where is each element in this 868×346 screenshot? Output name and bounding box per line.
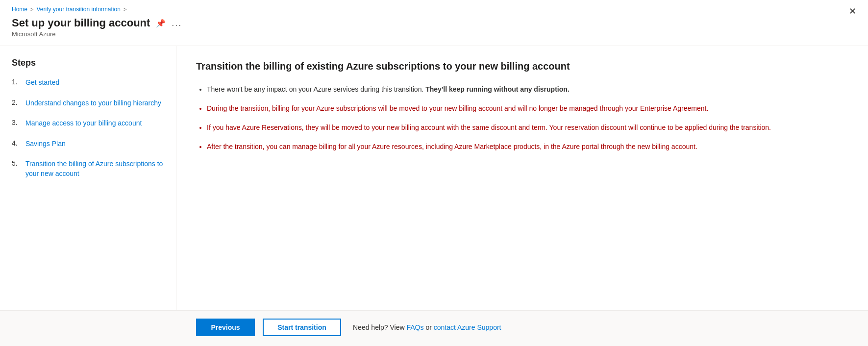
or-text: or bbox=[424, 323, 434, 331]
step-link-1[interactable]: Get started bbox=[25, 78, 59, 88]
step-item-1: 1. Get started bbox=[12, 78, 164, 88]
breadcrumb-separator-2: > bbox=[124, 6, 126, 12]
steps-list: 1. Get started 2. Understand changes to … bbox=[12, 78, 164, 179]
bullet-0-normal: There won't be any impact on your Azure … bbox=[207, 85, 425, 93]
step-link-4[interactable]: Savings Plan bbox=[25, 139, 66, 149]
step-number-5: 5. bbox=[12, 159, 22, 167]
bullet-3-text: After the transition, you can manage bil… bbox=[207, 143, 697, 150]
bullet-2-text: If you have Azure Reservations, they wil… bbox=[207, 124, 771, 131]
main-content: Steps 1. Get started 2. Understand chang… bbox=[0, 46, 868, 310]
step-number-4: 4. bbox=[12, 139, 22, 147]
more-menu-icon[interactable]: ... bbox=[172, 18, 182, 28]
bullet-1-text: During the transition, billing for your … bbox=[207, 104, 708, 112]
title-row: Set up your billing account 📌 ... bbox=[12, 17, 856, 29]
help-text-label: Need help? View bbox=[353, 323, 406, 331]
step-number-2: 2. bbox=[12, 99, 22, 106]
step-item-2: 2. Understand changes to your billing hi… bbox=[12, 99, 164, 108]
close-button[interactable]: ✕ bbox=[849, 7, 856, 16]
bullet-0-bold: They'll keep running without any disrupt… bbox=[425, 85, 569, 93]
content-title: Transition the billing of existing Azure… bbox=[196, 60, 848, 73]
support-link[interactable]: contact Azure Support bbox=[434, 323, 501, 331]
step-number-1: 1. bbox=[12, 78, 22, 86]
breadcrumb: Home > Verify your transition informatio… bbox=[12, 6, 856, 13]
step-link-5[interactable]: Transition the billing of Azure subscrip… bbox=[25, 159, 164, 178]
step-link-2[interactable]: Understand changes to your billing hiera… bbox=[25, 99, 161, 108]
header: Home > Verify your transition informatio… bbox=[0, 0, 868, 46]
content-panel: Transition the billing of existing Azure… bbox=[176, 46, 868, 310]
sidebar: Steps 1. Get started 2. Understand chang… bbox=[0, 46, 176, 310]
help-text: Need help? View FAQs or contact Azure Su… bbox=[353, 323, 501, 331]
page-title: Set up your billing account bbox=[12, 17, 150, 29]
steps-title: Steps bbox=[12, 58, 164, 68]
step-item-5: 5. Transition the billing of Azure subsc… bbox=[12, 159, 164, 178]
start-transition-button[interactable]: Start transition bbox=[263, 319, 341, 336]
pin-icon[interactable]: 📌 bbox=[156, 19, 166, 28]
bullet-item-2: If you have Azure Reservations, they wil… bbox=[207, 123, 848, 133]
previous-button[interactable]: Previous bbox=[196, 319, 255, 336]
step-item-3: 3. Manage access to your billing account bbox=[12, 119, 164, 128]
bullet-item-0: There won't be any impact on your Azure … bbox=[207, 84, 848, 95]
page-wrapper: Home > Verify your transition informatio… bbox=[0, 0, 868, 346]
faq-link[interactable]: FAQs bbox=[406, 323, 423, 331]
step-item-4: 4. Savings Plan bbox=[12, 139, 164, 149]
breadcrumb-separator-1: > bbox=[30, 6, 33, 12]
breadcrumb-current[interactable]: Verify your transition information bbox=[36, 6, 120, 13]
bullet-item-1: During the transition, billing for your … bbox=[207, 103, 848, 114]
bullet-list: There won't be any impact on your Azure … bbox=[196, 84, 848, 152]
subtitle: Microsoft Azure bbox=[12, 30, 856, 38]
bullet-item-3: After the transition, you can manage bil… bbox=[207, 142, 848, 152]
step-link-3[interactable]: Manage access to your billing account bbox=[25, 119, 142, 128]
step-number-3: 3. bbox=[12, 119, 22, 126]
breadcrumb-home[interactable]: Home bbox=[12, 6, 27, 13]
footer: Previous Start transition Need help? Vie… bbox=[0, 310, 868, 346]
